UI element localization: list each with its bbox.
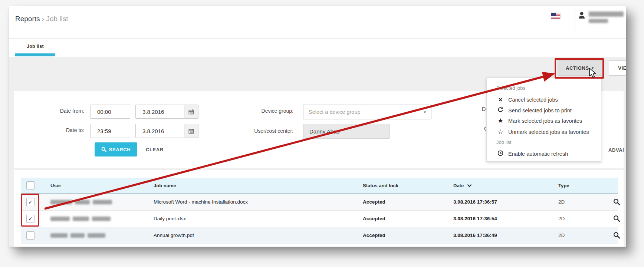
date-from-date-input[interactable] [135,105,184,119]
preview-icon[interactable] [613,232,620,239]
row-checkbox-unchecked[interactable] [26,231,34,240]
advanced-search-link[interactable]: ADVANC [608,147,624,153]
search-button-label: SEARCH [109,147,131,152]
job-name-cell: Daily print.xlsx [154,216,186,221]
user-cost-center-label: User/cost center: [229,128,293,134]
job-name-cell: Microsoft Word - machine Installation.do… [154,199,248,205]
date-to-calendar-button[interactable] [184,124,198,138]
date-cell: 3.08.2016 17:36:57 [453,199,497,205]
language-flag-icon[interactable] [551,13,561,19]
breadcrumb-parent[interactable]: Reports [15,15,40,23]
job-table-panel: User Job name Status and lock Date Type … [14,170,624,247]
date-cell: 3.08.2016 17:36:49 [453,233,497,238]
annotation-box-actions-button [555,58,604,79]
type-cell: 2D [558,199,565,205]
user-icon [578,11,585,19]
search-icon [101,147,106,152]
redacted-user-name-line2 [589,19,608,23]
column-header-date[interactable]: Date [453,183,472,188]
date-to-label: Date to: [25,127,84,133]
calendar-icon [188,128,194,134]
column-header-job-name[interactable]: Job name [154,183,176,188]
view-button-label: VIEW [618,65,626,71]
user-cost-center-field: Danny Abas [303,124,390,139]
preview-icon[interactable] [613,198,620,205]
annotation-box-row-checkboxes [21,194,39,227]
date-to-time-input[interactable] [90,124,130,138]
actions-dropdown-menu: Selected jobs × Cancel selected jobs Sen… [486,78,601,162]
date-from-calendar-button[interactable] [184,105,198,119]
header-divider [575,8,575,32]
menu-section-job-list: Job list [496,139,511,145]
table-row[interactable]: Annual growth.pdf Accepted 3.08.2016 17:… [21,227,618,244]
column-header-status[interactable]: Status and lock [363,183,398,188]
menu-item-unmark-favorites[interactable]: ☆ Unmark selected jobs as favorites [487,127,602,137]
column-header-user[interactable]: User [50,183,61,188]
tab-job-list[interactable]: Job list [15,39,55,56]
select-all-checkbox[interactable] [26,181,34,189]
tab-job-list-label: Job list [15,44,55,49]
date-to-date-input[interactable] [135,124,184,138]
menu-item-cancel-selected-jobs[interactable]: × Cancel selected jobs [487,95,602,105]
clear-button[interactable]: CLEAR [146,147,164,152]
clock-icon [496,150,505,158]
table-row[interactable]: ✓ Daily print.xlsx Accepted 3.08.2016 17… [21,211,618,227]
device-group-label: Device group: [233,108,293,114]
menu-item-enable-automatic-refresh[interactable]: Enable automatic refresh [487,149,602,159]
app-header: Reports › Job list [9,6,626,39]
breadcrumb: Reports › Job list [15,15,68,23]
redacted-user-name-line1 [589,11,624,17]
user-menu[interactable] [578,10,626,30]
date-from-label: Date from: [25,108,84,114]
sort-desc-icon [467,184,472,187]
view-button[interactable]: VIEW [609,60,626,76]
date-from-time-input[interactable] [90,105,130,119]
menu-item-mark-favorites[interactable]: ★ Mark selected jobs as favorites [487,116,602,126]
breadcrumb-current: Job list [46,15,68,23]
chevron-down-icon: ▾ [424,110,426,115]
device-group-placeholder: Select a device group [309,109,421,115]
user-cost-center-value: Danny Abas [309,128,339,135]
calendar-icon [188,109,194,115]
column-header-type[interactable]: Type [558,183,569,188]
job-name-cell: Annual growth.pdf [154,233,194,238]
flag-canton [551,13,556,16]
active-tab-underline [15,53,55,56]
table-header-row: User Job name Status and lock Date Type [21,178,618,194]
screenshot-canvas: Reports › Job list Job list [0,0,644,267]
status-cell: Accepted [363,216,385,221]
status-cell: Accepted [363,233,385,238]
app-window: Reports › Job list Job list [9,6,626,247]
refresh-icon [496,107,505,114]
type-cell: 2D [558,216,565,221]
search-button[interactable]: SEARCH [95,142,137,156]
preview-icon[interactable] [613,215,620,222]
menu-item-send-to-print[interactable]: Send selected jobs to print [487,106,602,115]
star-filled-icon: ★ [496,118,505,124]
status-cell: Accepted [363,199,385,205]
breadcrumb-separator: › [42,15,44,23]
menu-section-selected-jobs: Selected jobs [496,85,525,91]
type-cell: 2D [558,233,565,238]
tab-bar: Job list [9,39,626,57]
device-group-select[interactable]: Select a device group ▾ [303,105,431,119]
column-header-date-label: Date [453,183,464,188]
table-row[interactable]: ✓ Microsoft Word - machine Installation.… [21,194,618,211]
cancel-x-icon: × [496,97,505,103]
date-cell: 3.08.2016 17:36:54 [453,216,497,221]
star-outline-icon: ☆ [496,129,505,135]
